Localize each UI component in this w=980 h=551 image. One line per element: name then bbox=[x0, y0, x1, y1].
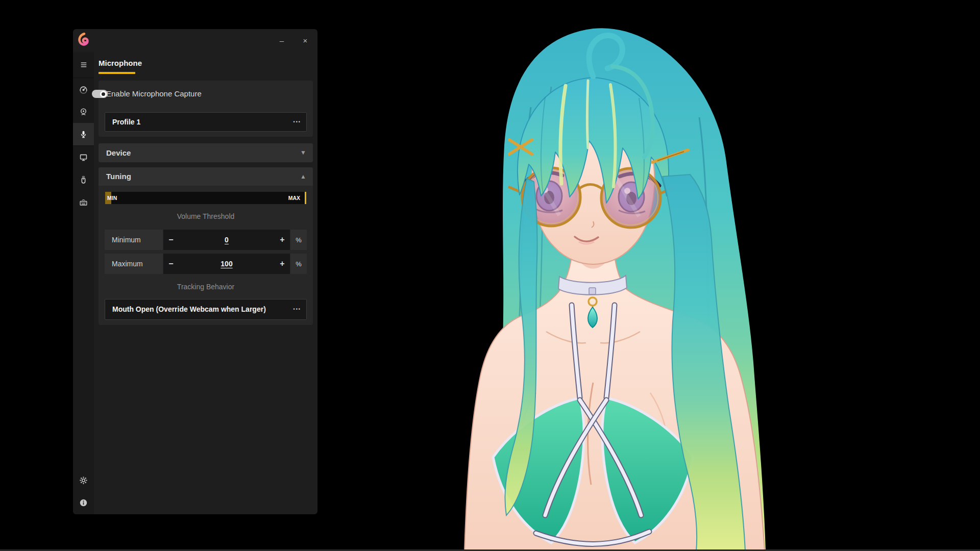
minimum-increase-button[interactable]: + bbox=[275, 235, 290, 244]
maximum-unit: % bbox=[290, 254, 307, 274]
threshold-row-minimum: Minimum − 0 + % bbox=[105, 230, 307, 250]
tracking-behavior-title: Tracking Behavior bbox=[99, 283, 313, 291]
sidebar-item-webcam[interactable] bbox=[73, 101, 94, 123]
enable-capture-label: Enable Microphone Capture bbox=[106, 81, 202, 107]
gear-icon bbox=[79, 475, 88, 485]
gauge-icon bbox=[79, 85, 88, 94]
enable-capture-toggle[interactable] bbox=[92, 90, 108, 98]
threshold-row-maximum: Maximum − 100 + % bbox=[105, 254, 307, 274]
close-button[interactable]: × bbox=[298, 34, 313, 47]
chevron-up-icon: ▲ bbox=[300, 167, 306, 186]
device-section-header[interactable]: Device ▼ bbox=[99, 143, 313, 162]
maximum-decrease-button[interactable]: − bbox=[163, 259, 179, 268]
sidebar-item-dashboard[interactable] bbox=[73, 78, 94, 101]
sidebar-item-microphone[interactable] bbox=[73, 123, 94, 145]
minimum-value[interactable]: 0 bbox=[179, 236, 275, 244]
tracking-behavior-selector[interactable]: Mouth Open (Override Webcam when Larger)… bbox=[105, 299, 307, 320]
monitor-icon bbox=[79, 153, 88, 162]
tuning-section: Tuning ▲ MIN MAX Volume Threshold Minimu… bbox=[99, 167, 313, 325]
titlebar: – × bbox=[73, 29, 317, 52]
content: Microphone Enable Microphone Capture Pro… bbox=[94, 52, 317, 514]
sidebar-item-keyboard[interactable] bbox=[73, 191, 94, 213]
hamburger-icon bbox=[79, 60, 88, 69]
toggle-knob bbox=[100, 91, 107, 97]
sidebar-item-mouse[interactable] bbox=[73, 168, 94, 191]
webcam-icon bbox=[79, 107, 88, 117]
minimum-decrease-button[interactable]: − bbox=[163, 235, 179, 244]
sidebar-item-about[interactable] bbox=[73, 491, 94, 514]
meter-max-label: MAX bbox=[288, 192, 300, 204]
tracking-behavior-more-button[interactable]: ••• bbox=[293, 299, 301, 319]
settings-window: – × bbox=[73, 29, 317, 514]
desktop: { "window": { "controls": { "minimize": … bbox=[0, 0, 980, 551]
device-section-label: Device bbox=[106, 143, 131, 162]
info-icon bbox=[79, 498, 88, 508]
sidebar-item-settings[interactable] bbox=[73, 469, 94, 491]
mic-level-meter[interactable]: MIN MAX bbox=[105, 192, 306, 204]
profile-value: Profile 1 bbox=[112, 113, 140, 131]
meter-max-marker bbox=[305, 192, 306, 204]
sidebar bbox=[73, 52, 94, 514]
minimum-stepper: − 0 + bbox=[163, 230, 290, 250]
maximum-label: Maximum bbox=[105, 254, 163, 274]
meter-min-label: MIN bbox=[107, 192, 117, 204]
minimum-label: Minimum bbox=[105, 230, 163, 250]
app-logo bbox=[77, 32, 91, 46]
menu-button[interactable] bbox=[73, 54, 94, 76]
tuning-section-header[interactable]: Tuning ▲ bbox=[99, 167, 313, 186]
tuning-section-label: Tuning bbox=[106, 167, 131, 186]
maximum-increase-button[interactable]: + bbox=[275, 259, 290, 268]
minimum-unit: % bbox=[290, 230, 307, 250]
mic-capture-card: Enable Microphone Capture Profile 1 ••• bbox=[99, 81, 313, 137]
vtuber-avatar bbox=[459, 26, 786, 551]
minimize-button[interactable]: – bbox=[274, 34, 289, 47]
microphone-icon bbox=[79, 130, 88, 139]
tracking-behavior-value: Mouth Open (Override Webcam when Larger) bbox=[112, 299, 266, 319]
tab-active-underline bbox=[99, 72, 135, 74]
keyboard-icon bbox=[79, 197, 88, 207]
mouse-icon bbox=[79, 175, 88, 185]
profile-selector[interactable]: Profile 1 ••• bbox=[105, 112, 307, 132]
profile-more-button[interactable]: ••• bbox=[293, 113, 301, 131]
volume-threshold-title: Volume Threshold bbox=[99, 212, 313, 220]
maximum-stepper: − 100 + bbox=[163, 254, 290, 274]
sidebar-item-display[interactable] bbox=[73, 146, 94, 168]
chevron-down-icon: ▼ bbox=[300, 143, 306, 162]
tab-microphone[interactable]: Microphone bbox=[99, 59, 142, 67]
maximum-value[interactable]: 100 bbox=[179, 260, 275, 268]
